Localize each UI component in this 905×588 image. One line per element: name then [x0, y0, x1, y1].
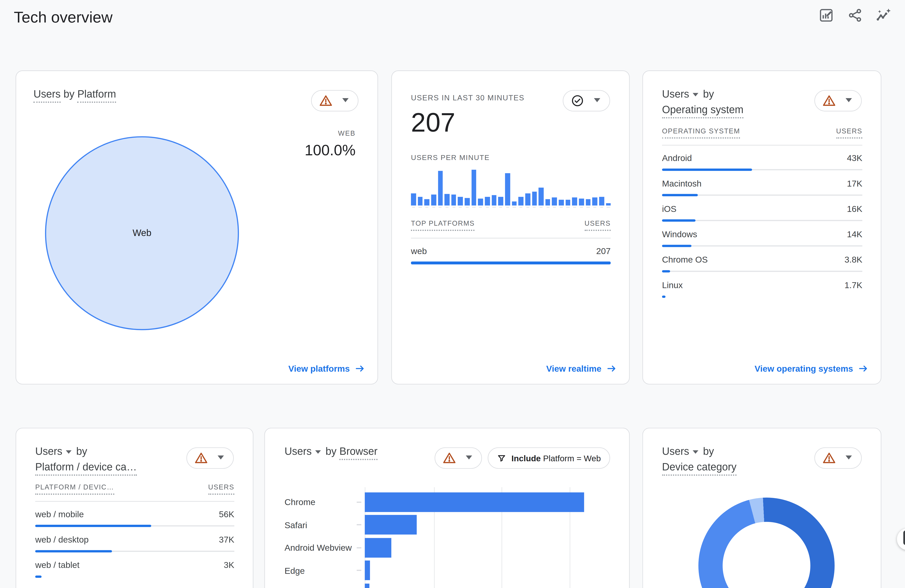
- table-row[interactable]: Chrome OS3.8K: [662, 255, 862, 272]
- chart-label: USERS PER MINUTE: [411, 154, 611, 162]
- table-row[interactable]: web / desktop37K: [35, 534, 234, 552]
- minute-bar[interactable]: [465, 170, 470, 206]
- browser-bar[interactable]: [365, 515, 416, 535]
- dimension-selector[interactable]: Platform: [78, 88, 116, 103]
- dimension-selector[interactable]: Platform / device ca…: [35, 461, 137, 476]
- minute-bar[interactable]: [518, 170, 524, 206]
- table-row[interactable]: web / tablet3K: [35, 560, 234, 578]
- minute-bar[interactable]: [418, 170, 423, 206]
- minute-bar[interactable]: [445, 170, 450, 206]
- dimension-selector[interactable]: Operating system: [662, 104, 744, 118]
- column-users[interactable]: USERS: [208, 483, 234, 495]
- minute-bar[interactable]: [485, 170, 490, 206]
- column-top-platforms[interactable]: TOP PLATFORMS: [411, 219, 475, 231]
- metric-selector[interactable]: Users: [35, 446, 62, 457]
- minute-bar[interactable]: [599, 170, 604, 206]
- chevron-down-icon: [692, 93, 698, 96]
- top-platforms-rows: web207: [411, 246, 611, 264]
- row-label: web / desktop: [35, 534, 89, 544]
- row-value: 1.7K: [845, 280, 862, 290]
- chevron-down-icon: [342, 98, 348, 102]
- device-category-donut-chart[interactable]: [699, 497, 835, 588]
- table-header: OPERATING SYSTEM USERS: [662, 127, 862, 138]
- minute-bar[interactable]: [572, 170, 577, 206]
- view-platforms-link[interactable]: View platforms: [288, 364, 365, 373]
- filter-chip[interactable]: Include Platform = Web: [488, 447, 610, 469]
- table-row[interactable]: iOS16K: [662, 204, 862, 222]
- column-users[interactable]: USERS: [836, 127, 862, 138]
- table-row[interactable]: Macintosh17K: [662, 178, 862, 196]
- minute-bar[interactable]: [472, 170, 476, 206]
- data-quality-dropdown[interactable]: [311, 90, 359, 111]
- metric-selector[interactable]: Users: [662, 446, 689, 457]
- minute-bar[interactable]: [525, 170, 530, 206]
- data-quality-dropdown[interactable]: [435, 447, 482, 469]
- minute-bar[interactable]: [592, 170, 597, 206]
- arrow-right-icon: [858, 364, 868, 373]
- table-row[interactable]: Linux1.7K: [662, 280, 862, 298]
- minute-bar[interactable]: [606, 170, 611, 206]
- row-label: web: [411, 246, 427, 256]
- insights-icon[interactable]: [876, 8, 892, 23]
- insights-fab[interactable]: [897, 528, 905, 550]
- metric-selector[interactable]: Users: [33, 88, 60, 103]
- browser-bar[interactable]: [365, 583, 369, 588]
- minute-bar[interactable]: [498, 170, 503, 206]
- minute-bar[interactable]: [478, 170, 483, 206]
- browser-bar[interactable]: [365, 492, 584, 512]
- column-platform-device[interactable]: PLATFORM / DEVIC…: [35, 483, 114, 495]
- minute-bar[interactable]: [451, 170, 456, 206]
- table-row[interactable]: Windows14K: [662, 229, 862, 247]
- minute-bar[interactable]: [586, 170, 591, 206]
- minute-bar[interactable]: [512, 170, 517, 206]
- row-value: 3K: [224, 560, 234, 570]
- view-operating-systems-link[interactable]: View operating systems: [754, 364, 868, 373]
- view-realtime-link[interactable]: View realtime: [546, 364, 616, 373]
- row-value: 37K: [219, 534, 234, 544]
- row-bar-track: [35, 525, 234, 527]
- row-label: Windows: [662, 229, 697, 239]
- browser-bar[interactable]: [365, 538, 391, 558]
- column-os[interactable]: OPERATING SYSTEM: [662, 127, 740, 138]
- row-label: iOS: [662, 204, 676, 213]
- column-users[interactable]: USERS: [584, 219, 611, 231]
- minute-bar[interactable]: [438, 170, 443, 206]
- dimension-selector[interactable]: Browser: [339, 446, 378, 460]
- insights-fab-icon: [903, 531, 905, 545]
- minute-bar[interactable]: [492, 170, 497, 206]
- minute-bar[interactable]: [532, 170, 537, 206]
- minute-bar[interactable]: [559, 170, 564, 206]
- dimension-selector[interactable]: Device category: [662, 461, 737, 476]
- platform-pie-chart[interactable]: Web: [45, 136, 239, 330]
- row-value: 56K: [219, 509, 234, 519]
- metric-selector[interactable]: Users: [662, 88, 689, 100]
- minute-bar[interactable]: [411, 170, 416, 206]
- row-value: 14K: [847, 229, 862, 239]
- chevron-down-icon: [315, 450, 321, 454]
- table-row[interactable]: Android43K: [662, 153, 862, 171]
- metric-label: WEB: [305, 129, 356, 137]
- bar-category-label: Android Webview: [285, 536, 359, 559]
- minute-bar[interactable]: [545, 170, 551, 206]
- customize-report-icon[interactable]: [818, 8, 834, 23]
- metric-selector[interactable]: Users: [285, 446, 312, 457]
- minute-bar[interactable]: [505, 170, 510, 206]
- minute-bar[interactable]: [552, 170, 557, 206]
- minute-bar[interactable]: [579, 170, 584, 206]
- row-bar-fill: [35, 575, 41, 578]
- browser-bar-chart[interactable]: ChromeSafariAndroid WebviewEdge: [285, 491, 611, 588]
- users-per-minute-chart[interactable]: [411, 170, 611, 206]
- minute-bar[interactable]: [565, 170, 570, 206]
- row-bar-fill: [35, 525, 151, 527]
- card-users-by-device-category: Users by Device category: [643, 428, 881, 588]
- minute-bar[interactable]: [458, 170, 463, 206]
- browser-bar[interactable]: [365, 561, 370, 580]
- minute-bar[interactable]: [539, 170, 544, 206]
- table-row[interactable]: web207: [411, 246, 611, 264]
- row-value: 207: [596, 246, 611, 256]
- minute-bar[interactable]: [424, 170, 429, 206]
- minute-bar[interactable]: [431, 170, 436, 206]
- table-row[interactable]: web / mobile56K: [35, 509, 234, 527]
- share-icon[interactable]: [847, 8, 863, 23]
- metric-value: 100.0%: [305, 141, 356, 159]
